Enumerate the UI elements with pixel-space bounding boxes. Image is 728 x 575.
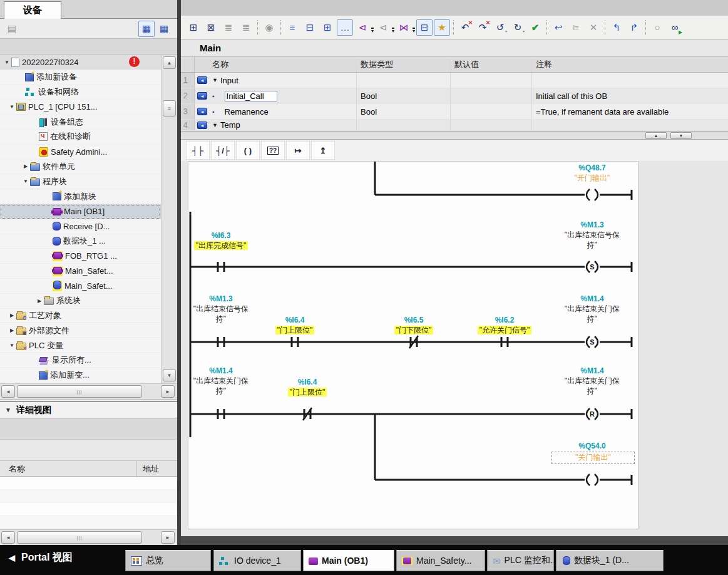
operand-address[interactable]: %M1.4: [555, 366, 630, 376]
interface-row-input[interactable]: 1 ◄ ▼Input: [181, 73, 728, 88]
tree-item-online-diagnostics[interactable]: 在线和诊断: [0, 130, 161, 145]
operand-name[interactable]: "门上限位": [264, 387, 351, 397]
view-toggle-icon[interactable]: ▦: [138, 21, 155, 37]
insert-network-icon[interactable]: ⊞: [185, 19, 202, 36]
delete-network-icon[interactable]: ⊠: [203, 19, 219, 36]
operand-name[interactable]: "开门输出": [555, 173, 630, 183]
operand-name[interactable]: "出库结束信号保持": [563, 230, 622, 250]
col-comment[interactable]: 注释: [531, 57, 728, 72]
tree-item-add-tag-table[interactable]: 添加新变...: [0, 368, 161, 383]
selected-operand-name[interactable]: "关门输出": [551, 452, 635, 464]
download-to-device-icon[interactable]: ↺: [492, 19, 508, 36]
free-placement-icon[interactable]: ◉: [261, 19, 277, 36]
splitter-up-icon[interactable]: ▲: [645, 132, 667, 139]
operand-address[interactable]: %M1.3: [188, 294, 254, 304]
operand-name[interactable]: "门下限位": [370, 325, 458, 335]
interface-row-initial-call[interactable]: 2 ◄ ▪Initial_Call Bool Initial call of t…: [181, 88, 728, 104]
col-default[interactable]: 默认值: [450, 57, 531, 72]
no-contact-icon[interactable]: ┤├: [186, 141, 210, 160]
tree-item-receive-db[interactable]: Receive [D...: [0, 219, 161, 234]
tree-item-main-safety-db[interactable]: Main_Safet...: [0, 279, 161, 294]
clear-setpoints-icon[interactable]: ✕: [585, 19, 602, 36]
operand-address[interactable]: %I6.2: [472, 315, 537, 325]
open-branch-icon[interactable]: ↦: [286, 141, 310, 160]
expander-icon[interactable]: ▼: [8, 104, 16, 110]
tree-item-plc1[interactable]: ▼ PLC_1 [CPU 151... ⌗: [0, 100, 161, 115]
favorites-icon[interactable]: ★: [434, 19, 450, 36]
collapse-networks-icon[interactable]: ⊟: [302, 19, 318, 36]
splitter-down-icon[interactable]: ▼: [670, 132, 692, 139]
expander-icon[interactable]: ▼: [8, 343, 16, 348]
insert-row-after-icon[interactable]: ≣: [238, 19, 254, 36]
scroll-right-icon[interactable]: ►: [161, 531, 175, 544]
expander-icon[interactable]: ▼: [21, 179, 30, 184]
operand-name[interactable]: "出库结束关门保持": [563, 376, 622, 396]
tree-item-safety-admin[interactable]: Safety Admini...: [0, 145, 161, 160]
tree-item-software-units[interactable]: ▶ 软件单元: [0, 160, 161, 175]
device-filter-icon[interactable]: ▤: [4, 21, 20, 37]
scrollbar-thumb[interactable]: ≡: [163, 100, 176, 117]
operand-name[interactable]: "出库结束关门保持": [192, 376, 250, 396]
col-datatype[interactable]: 数据类型: [356, 57, 450, 72]
taskbar-plc-monitor-button[interactable]: ✉ PLC 监控和...: [487, 550, 554, 571]
scrollbar-thumb[interactable]: |||: [17, 531, 142, 544]
previous-bookmark-icon[interactable]: ↰: [608, 19, 625, 36]
scroll-up-icon[interactable]: ▲: [163, 56, 176, 69]
network-sequence-icon[interactable]: ⊟: [416, 19, 433, 36]
tree-item-system-blocks[interactable]: ▶ 系统块: [0, 294, 161, 309]
expander-icon[interactable]: ▶: [8, 328, 16, 333]
taskbar-datablock-button[interactable]: 数据块_1 (D...: [556, 550, 664, 571]
tree-item-technology-objects[interactable]: ▶ ⚙ 工艺对象: [0, 309, 161, 324]
taskbar-main-safety-button[interactable]: Main_Safety...: [396, 550, 485, 571]
portal-view-button[interactable]: ◀ Portal 视图: [9, 551, 73, 564]
expander-icon[interactable]: ▶: [35, 298, 44, 304]
coil-icon[interactable]: ( ): [236, 141, 260, 160]
operand-name[interactable]: "出库结束关门保持": [563, 304, 622, 324]
operand-address[interactable]: %M1.3: [555, 220, 630, 230]
scroll-right-icon[interactable]: ►: [161, 385, 175, 398]
scroll-left-icon[interactable]: ◄: [1, 385, 15, 398]
detail-horizontal-scrollbar[interactable]: ◄ ||| ►: [0, 529, 177, 546]
tree-item-project[interactable]: ▼ 20220227f0324 !: [0, 55, 161, 70]
operand-name[interactable]: "门上限位": [251, 325, 339, 335]
tree-horizontal-scrollbar[interactable]: ◄ ||| ►: [0, 383, 177, 400]
expander-icon[interactable]: ▼: [212, 122, 218, 128]
show-symbols-icon[interactable]: ⋈: [396, 19, 412, 36]
monitoring-icon[interactable]: ∞: [667, 19, 683, 36]
operand-address[interactable]: %Q54.0: [555, 441, 630, 451]
undo-icon[interactable]: ↶: [457, 19, 473, 36]
interface-row-temp[interactable]: 4 ◄ ▼Temp: [181, 120, 728, 131]
operand-name[interactable]: "允许关门信号": [461, 325, 548, 335]
goto-definition-icon[interactable]: ↩: [550, 19, 567, 36]
collapse-icon[interactable]: ▼: [0, 407, 16, 413]
show-operands-icon[interactable]: ⊲: [354, 19, 371, 36]
taskbar-main-ob1-button[interactable]: Main (OB1): [303, 550, 394, 571]
tree-item-external-sources[interactable]: ▶ ▣ 外部源文件: [0, 323, 161, 338]
insert-row-icon[interactable]: ≣: [220, 19, 237, 36]
tree-item-devices-networks[interactable]: 设备和网络: [0, 85, 161, 100]
operand-name[interactable]: "出库完成信号": [188, 241, 266, 251]
tree-item-fob-rtg1[interactable]: FOB_RTG1 ...: [0, 249, 161, 264]
redo-icon[interactable]: ↷: [474, 19, 491, 36]
upload-from-device-icon[interactable]: ↻: [510, 19, 526, 36]
tree-item-main-safety-ob[interactable]: Main_Safet...: [0, 264, 161, 279]
tree-item-program-blocks[interactable]: ▼ 程序块: [0, 174, 161, 189]
tree-vertical-scrollbar[interactable]: ▲ ≡ ▼: [161, 55, 177, 383]
tree-item-plc-tags[interactable]: ▼ ⊲ PLC 变量: [0, 338, 161, 353]
expander-icon[interactable]: ▶: [21, 163, 30, 169]
export-table-icon[interactable]: ▦: [156, 21, 172, 37]
tree-item-main-ob1[interactable]: Main [OB1]: [0, 204, 161, 219]
tree-item-add-block[interactable]: 添加新块: [0, 189, 161, 204]
expander-icon[interactable]: ▶: [8, 313, 16, 318]
operand-address[interactable]: %I6.3: [188, 231, 254, 241]
tab-devices[interactable]: 设备: [4, 1, 61, 19]
detail-view-header[interactable]: ▼ 详细视图: [0, 402, 177, 418]
operand-address[interactable]: %I6.4: [262, 315, 327, 325]
next-bookmark-icon[interactable]: ↱: [626, 19, 642, 36]
scrollbar-thumb[interactable]: |||: [17, 385, 142, 398]
sync-view-icon[interactable]: I≡: [568, 19, 584, 36]
expander-icon[interactable]: ▼: [212, 77, 218, 83]
expander-icon[interactable]: ▼: [3, 60, 11, 65]
tree-item-device-config[interactable]: 设备组态: [0, 115, 161, 130]
tree-item-show-all-tags[interactable]: 显示所有...: [0, 353, 161, 368]
